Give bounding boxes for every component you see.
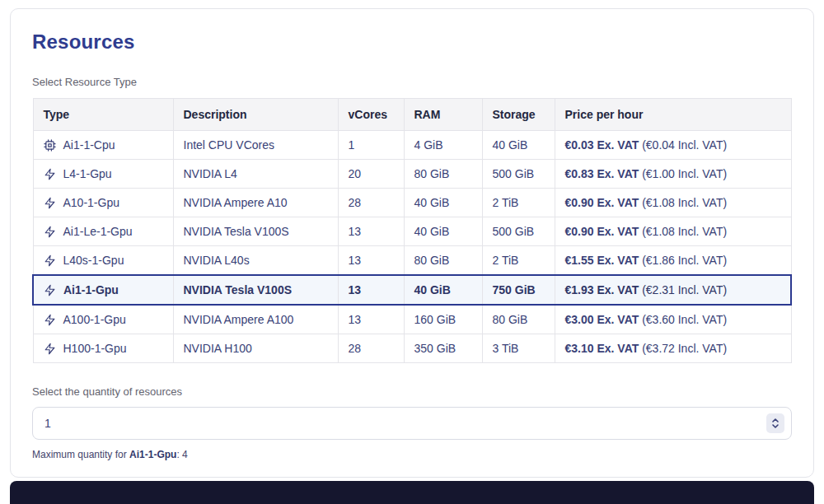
column-header-description: Description (173, 99, 338, 131)
price-incl-vat: (€1.86 Incl. VAT) (642, 254, 727, 267)
resource-table-body: Ai1-1-CpuIntel CPU VCores14 GiB40 GiB€0.… (33, 131, 791, 363)
resource-row-Ai1-Le-1-Gpu[interactable]: Ai1-Le-1-GpuNVIDIA Tesla V100S1340 GiB50… (33, 217, 791, 246)
type-cell[interactable]: L4-1-Gpu (33, 160, 173, 189)
column-header-price: Price per hour (555, 99, 791, 131)
type-label: L4-1-Gpu (63, 167, 112, 180)
resource-row-Ai1-1-Cpu[interactable]: Ai1-1-CpuIntel CPU VCores14 GiB40 GiB€0.… (33, 131, 791, 160)
resource-row-H100-1-Gpu[interactable]: H100-1-GpuNVIDIA H10028350 GiB3 TiB€3.10… (33, 334, 791, 363)
storage-cell: 80 GiB (482, 305, 555, 334)
price-incl-vat: (€3.72 Incl. VAT) (642, 342, 727, 355)
type-cell[interactable]: Ai1-1-Cpu (33, 131, 173, 160)
quantity-stepper[interactable] (766, 413, 784, 433)
price-cell: €0.83 Ex. VAT (€1.00 Incl. VAT) (555, 160, 791, 189)
vcores-cell: 20 (338, 160, 404, 189)
price-ex-vat: €0.90 Ex. VAT (565, 225, 639, 238)
vcores-cell: 28 (338, 189, 404, 217)
price-incl-vat: (€1.08 Incl. VAT) (642, 196, 727, 209)
max-quantity-prefix: Maximum quantity for (32, 449, 129, 460)
vcores-cell: 13 (338, 275, 404, 305)
gpu-icon (44, 254, 56, 267)
column-header-storage: Storage (482, 99, 555, 131)
footer-bar (10, 481, 814, 504)
type-label: A100-1-Gpu (63, 313, 126, 326)
quantity-input[interactable] (32, 407, 792, 440)
storage-cell: 500 GiB (482, 160, 555, 189)
quantity-label: Select the quantity of resources (32, 385, 792, 398)
gpu-icon (44, 168, 56, 180)
ram-cell: 40 GiB (404, 217, 482, 246)
page-title: Resources (32, 30, 792, 54)
max-quantity-resource: Ai1-1-Gpu (129, 449, 176, 460)
description-cell: NVIDIA H100 (173, 334, 338, 363)
description-cell: NVIDIA L4 (173, 160, 338, 189)
storage-cell: 3 TiB (482, 334, 555, 363)
storage-cell: 40 GiB (482, 131, 555, 160)
storage-cell: 2 TiB (482, 189, 555, 217)
ram-cell: 40 GiB (404, 275, 482, 305)
price-cell: €0.90 Ex. VAT (€1.08 Incl. VAT) (555, 217, 791, 246)
ram-cell: 160 GiB (404, 305, 482, 334)
ram-cell: 80 GiB (404, 246, 482, 276)
description-cell: NVIDIA Ampere A100 (173, 305, 338, 334)
price-cell: €1.55 Ex. VAT (€1.86 Incl. VAT) (555, 246, 791, 276)
price-incl-vat: (€3.60 Incl. VAT) (642, 313, 727, 326)
price-incl-vat: (€0.04 Incl. VAT) (642, 138, 727, 152)
column-header-ram: RAM (404, 99, 482, 131)
gpu-icon (44, 197, 56, 209)
gpu-icon (44, 314, 56, 326)
description-cell: Intel CPU VCores (173, 131, 338, 160)
price-cell: €0.90 Ex. VAT (€1.08 Incl. VAT) (555, 189, 791, 217)
column-header-type: Type (33, 99, 173, 131)
vcores-cell: 13 (338, 246, 404, 276)
price-cell: €3.00 Ex. VAT (€3.60 Incl. VAT) (555, 305, 791, 334)
resource-row-Ai1-1-Gpu[interactable]: Ai1-1-GpuNVIDIA Tesla V100S1340 GiB750 G… (33, 275, 791, 305)
gpu-icon (44, 226, 56, 238)
price-ex-vat: €1.93 Ex. VAT (565, 283, 639, 296)
ram-cell: 350 GiB (404, 334, 482, 363)
description-cell: NVIDIA Tesla V100S (173, 217, 338, 246)
description-cell: NVIDIA Ampere A10 (173, 189, 338, 217)
type-cell[interactable]: A10-1-Gpu (33, 189, 173, 217)
price-ex-vat: €0.83 Ex. VAT (565, 167, 639, 180)
quantity-input-wrap (32, 407, 792, 440)
type-cell[interactable]: Ai1-1-Gpu (33, 275, 173, 305)
gpu-icon (44, 343, 56, 355)
type-label: Ai1-1-Gpu (63, 283, 119, 296)
storage-cell: 500 GiB (482, 217, 555, 246)
vcores-cell: 13 (338, 305, 404, 334)
price-ex-vat: €3.10 Ex. VAT (565, 342, 639, 355)
resource-row-A100-1-Gpu[interactable]: A100-1-GpuNVIDIA Ampere A10013160 GiB80 … (33, 305, 791, 334)
type-cell[interactable]: L40s-1-Gpu (33, 246, 173, 276)
resources-card: Resources Select Resource Type Type Desc… (10, 8, 814, 478)
column-header-vcores: vCores (338, 99, 404, 131)
resource-row-A10-1-Gpu[interactable]: A10-1-GpuNVIDIA Ampere A102840 GiB2 TiB€… (33, 189, 791, 217)
type-label: H100-1-Gpu (63, 342, 127, 355)
description-cell: NVIDIA Tesla V100S (173, 275, 338, 305)
resource-row-L40s-1-Gpu[interactable]: L40s-1-GpuNVIDIA L40s1380 GiB2 TiB€1.55 … (33, 246, 791, 276)
price-ex-vat: €0.90 Ex. VAT (565, 196, 639, 209)
price-incl-vat: (€2.31 Incl. VAT) (642, 283, 727, 296)
description-cell: NVIDIA L40s (173, 246, 338, 276)
type-cell[interactable]: H100-1-Gpu (33, 334, 173, 363)
max-quantity-suffix: : 4 (176, 449, 187, 460)
cpu-icon (44, 139, 56, 152)
max-quantity-note: Maximum quantity for Ai1-1-Gpu: 4 (32, 449, 792, 460)
ram-cell: 80 GiB (404, 160, 482, 189)
storage-cell: 750 GiB (482, 275, 555, 305)
vcores-cell: 13 (338, 217, 404, 246)
resource-table: Type Description vCores RAM Storage Pric… (32, 98, 792, 363)
price-ex-vat: €1.55 Ex. VAT (565, 254, 639, 267)
resource-type-label: Select Resource Type (32, 76, 792, 88)
type-cell[interactable]: A100-1-Gpu (33, 305, 173, 334)
price-cell: €3.10 Ex. VAT (€3.72 Incl. VAT) (555, 334, 791, 363)
price-ex-vat: €3.00 Ex. VAT (565, 313, 639, 326)
type-label: Ai1-1-Cpu (63, 138, 115, 152)
gpu-icon (44, 284, 56, 296)
vcores-cell: 28 (338, 334, 404, 363)
type-label: L40s-1-Gpu (63, 254, 124, 267)
price-ex-vat: €0.03 Ex. VAT (565, 138, 639, 152)
page: Resources Select Resource Type Type Desc… (0, 0, 824, 504)
resource-row-L4-1-Gpu[interactable]: L4-1-GpuNVIDIA L42080 GiB500 GiB€0.83 Ex… (33, 160, 791, 189)
type-cell[interactable]: Ai1-Le-1-Gpu (33, 217, 173, 246)
ram-cell: 4 GiB (404, 131, 482, 160)
